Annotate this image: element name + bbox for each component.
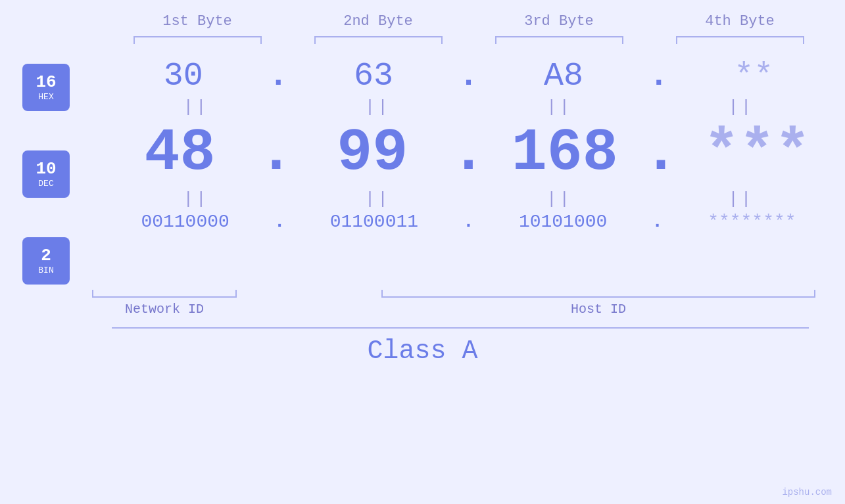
byte2-header: 2nd Byte	[306, 13, 450, 30]
bin-row: 00110000 . 01100011 . 10101000 . *******…	[92, 212, 845, 232]
dec-badge-number: 10	[36, 160, 56, 179]
bin-val-2: 01100011	[330, 212, 418, 232]
dec-cell-1: 48	[108, 120, 253, 187]
dot-dec-2: .	[449, 120, 487, 187]
dec-val-3: 168	[512, 120, 618, 187]
bin-val-1: 00110000	[141, 212, 229, 232]
bracket-byte2	[314, 36, 443, 44]
hex-badge-label: HEX	[38, 92, 53, 103]
class-section: Class A	[0, 327, 845, 366]
bottom-section: Network ID Host ID	[0, 290, 845, 317]
dot-dec-3: .	[642, 120, 680, 187]
byte3-header: 3rd Byte	[487, 13, 631, 30]
byte1-header: 1st Byte	[125, 13, 270, 30]
hex-val-4: **	[734, 57, 773, 95]
hex-cell-1: 30	[111, 57, 256, 95]
byte4-header: 4th Byte	[667, 13, 812, 30]
dec-cell-3: 168	[493, 120, 637, 187]
eq1-1: ||	[124, 97, 268, 117]
host-bracket	[381, 290, 815, 298]
badges-column: 16 HEX 10 DEC 2 BIN	[0, 57, 92, 285]
bin-cell-4: ********	[679, 212, 824, 232]
hex-val-1: 30	[164, 57, 203, 95]
bin-cell-2: 01100011	[302, 212, 447, 232]
equals-row-1: || || || ||	[92, 97, 845, 117]
dot-bin-1: .	[273, 212, 287, 232]
eq1-2: ||	[305, 97, 450, 117]
bin-val-4: ********	[708, 212, 796, 232]
class-label: Class A	[0, 336, 845, 366]
dec-row: 48 . 99 . 168 . ***	[92, 120, 845, 187]
hex-cell-3: A8	[491, 57, 636, 95]
bin-badge-number: 2	[41, 246, 51, 265]
main-container: 1st Byte 2nd Byte 3rd Byte 4th Byte 16 H…	[0, 0, 845, 504]
dot-hex-2: .	[457, 57, 479, 95]
network-id-label: Network ID	[92, 302, 237, 317]
dec-badge-label: DEC	[38, 179, 53, 189]
bracket-byte4	[676, 36, 804, 44]
network-bracket	[92, 290, 237, 298]
dec-val-1: 48	[145, 120, 216, 187]
eq1-3: ||	[487, 97, 632, 117]
dec-cell-2: 99	[300, 120, 445, 187]
bottom-brackets-row	[92, 290, 815, 298]
dot-dec-1: .	[257, 120, 295, 187]
bin-val-3: 10101000	[519, 212, 607, 232]
spacer	[237, 290, 381, 298]
watermark: ipshu.com	[782, 487, 832, 497]
bin-badge: 2 BIN	[22, 237, 70, 285]
bin-cell-3: 10101000	[491, 212, 635, 232]
spacer2	[237, 302, 381, 317]
hex-row: 30 . 63 . A8 . **	[92, 57, 845, 95]
eq1-4: ||	[669, 97, 813, 117]
dec-val-2: 99	[337, 120, 408, 187]
bin-badge-label: BIN	[38, 265, 53, 276]
hex-cell-2: 63	[301, 57, 446, 95]
bracket-byte3	[495, 36, 623, 44]
hex-badge-number: 16	[36, 73, 56, 92]
dot-hex-1: .	[267, 57, 289, 95]
eq2-1: ||	[124, 189, 268, 209]
bin-cell-1: 00110000	[113, 212, 258, 232]
hex-cell-4: **	[681, 57, 826, 95]
class-bracket-line	[112, 327, 809, 329]
content-area: 16 HEX 10 DEC 2 BIN 30 . 63	[0, 57, 845, 285]
top-brackets	[107, 36, 831, 44]
dec-cell-4: ***	[685, 120, 829, 187]
equals-row-2: || || || ||	[92, 189, 845, 209]
id-labels-row: Network ID Host ID	[92, 302, 815, 317]
dot-bin-2: .	[462, 212, 475, 232]
dec-badge: 10 DEC	[22, 150, 70, 198]
hex-val-2: 63	[354, 57, 393, 95]
dot-hex-3: .	[648, 57, 670, 95]
hex-badge: 16 HEX	[22, 64, 70, 111]
eq2-3: ||	[487, 189, 632, 209]
rows-area: 30 . 63 . A8 . ** || || || ||	[92, 57, 845, 232]
host-id-label: Host ID	[381, 302, 815, 317]
bracket-byte1	[133, 36, 262, 44]
hex-val-3: A8	[544, 57, 583, 95]
dec-val-4: ***	[704, 120, 810, 187]
dot-bin-3: .	[650, 212, 664, 232]
eq2-2: ||	[305, 189, 450, 209]
eq2-4: ||	[669, 189, 813, 209]
byte-headers: 1st Byte 2nd Byte 3rd Byte 4th Byte	[107, 13, 831, 30]
